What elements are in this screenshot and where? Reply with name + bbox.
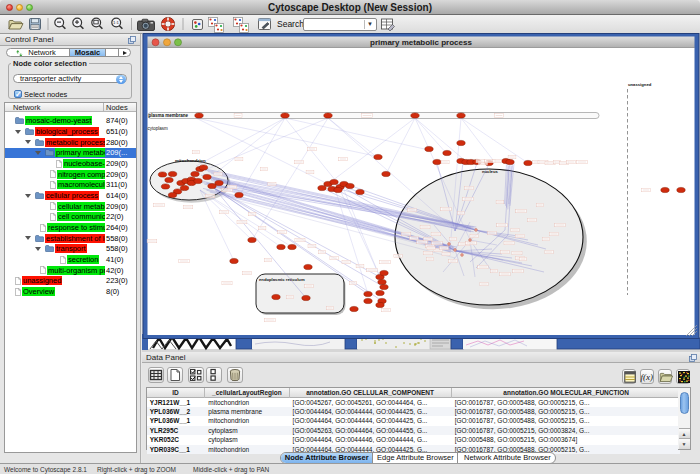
svg-text:primary metabolic process: primary metabolic process <box>370 38 472 47</box>
svg-text:mitochondrion: mitochondrion <box>175 158 206 163</box>
svg-text:1:1: 1:1 <box>113 20 119 25</box>
svg-text:endoplasmic reticulum: endoplasmic reticulum <box>259 277 305 282</box>
svg-text:cytoplasm: cytoplasm <box>148 126 169 131</box>
svg-text:unassigned: unassigned <box>628 82 652 87</box>
svg-text:plasma membrane: plasma membrane <box>149 113 189 118</box>
